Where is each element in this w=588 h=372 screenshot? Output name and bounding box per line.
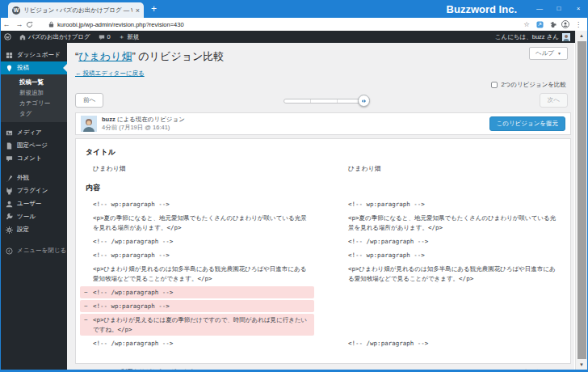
- table-row: ひまわり畑 ひまわり畑: [80, 162, 568, 176]
- sidebar-item-plugins[interactable]: プラグイン: [0, 184, 67, 197]
- close-button[interactable]: ×: [569, 1, 588, 17]
- revision-author: buzz: [102, 116, 116, 123]
- comment-bubble-icon: [99, 34, 105, 40]
- table-row: <!-- wp:paragraph --> <!-- wp:paragraph …: [80, 197, 568, 211]
- comment-count: 0: [107, 33, 111, 40]
- user-avatar-small[interactable]: [562, 33, 570, 41]
- browser-tab[interactable]: W リビジョン ‹ バズのお出かけブログ — W ×: [8, 2, 144, 18]
- users-icon: [6, 201, 13, 208]
- maximize-button[interactable]: □: [549, 1, 569, 17]
- help-button[interactable]: ヘルプ ▼: [529, 47, 568, 60]
- user-avatar: [81, 116, 97, 132]
- compare-two-revisions-label: 2つのリビジョンを比較: [501, 81, 566, 89]
- lock-icon: [48, 21, 54, 27]
- deleted-marker: −: [84, 315, 88, 324]
- scrollbar-up-icon[interactable]: ▲: [579, 31, 584, 40]
- section-content-heading: 内容: [86, 183, 570, 193]
- admin-sidebar: ダッシュボード 投稿 投稿一覧 新規追加 カテゴリー タグ メディア 固定ページ…: [0, 43, 67, 370]
- footer-thanks: WordPress のご利用ありがとうございます。: [77, 368, 201, 370]
- wordpress-version: バージョン 5.4.2: [520, 368, 566, 370]
- submenu-item-add-new[interactable]: 新規追加: [0, 87, 67, 98]
- revision-meta-card: buzz による現在のリビジョン 4分前 (7月19日 @ 16:41) このリ…: [75, 112, 571, 135]
- sidebar-item-appearance[interactable]: 外観: [0, 171, 67, 184]
- sidebar-item-users[interactable]: ユーザー: [0, 197, 67, 210]
- compare-two-revisions-checkbox[interactable]: [491, 82, 498, 88]
- page-scrollbar[interactable]: ▲ ▼: [575, 31, 587, 370]
- sidebar-item-posts[interactable]: 投稿: [0, 61, 67, 74]
- collapse-arrow-icon: [6, 247, 13, 255]
- refresh-icon[interactable]: [26, 21, 39, 28]
- title-old: ひまわり畑: [80, 163, 314, 175]
- dashboard-icon: [6, 52, 13, 59]
- revision-slider[interactable]: [284, 99, 364, 104]
- scrollbar-down-icon[interactable]: ▼: [579, 360, 584, 370]
- scrollbar-thumb[interactable]: [578, 41, 586, 359]
- sidebar-item-comments[interactable]: コメント: [0, 152, 67, 165]
- submenu-item-categories[interactable]: カテゴリー: [0, 98, 67, 108]
- table-row-deleted: −<!-- wp:paragraph -->: [80, 299, 568, 313]
- sidebar-item-pages[interactable]: 固定ページ: [0, 139, 67, 152]
- site-name: バズのお出かけブログ: [28, 33, 90, 41]
- sidebar-item-settings[interactable]: 設定: [0, 223, 67, 236]
- collapse-menu-button[interactable]: メニューを閉じる: [0, 244, 67, 257]
- tab-close-icon[interactable]: ×: [136, 6, 140, 15]
- page-title: “ひまわり畑” のリビジョン比較: [75, 49, 224, 64]
- back-icon[interactable]: ←: [0, 20, 13, 28]
- table-row: <p>夏の季節になると、地元愛知県でもたくさんのひまわりが咲いている光景を見れる…: [80, 211, 568, 235]
- slider-handle[interactable]: [358, 95, 370, 107]
- new-post-label: 新規: [127, 33, 139, 41]
- submenu-item-tags[interactable]: タグ: [0, 108, 67, 119]
- wp-admin-bar: バズのお出かけブログ 0 ＋ 新規 こんにちは、buzz さん: [0, 31, 588, 43]
- deleted-marker: −: [84, 302, 88, 311]
- extensions-puzzle-icon[interactable]: [546, 21, 559, 28]
- wp-logo-icon[interactable]: [0, 31, 15, 43]
- table-row: <p>ひまわり畑が見れるのは知多半島にある観光農園花ひろばや日進市にある愛知牧場…: [80, 262, 568, 285]
- plus-icon: ＋: [119, 33, 125, 41]
- forward-icon[interactable]: →: [13, 20, 26, 28]
- blue-extension-icon[interactable]: [533, 21, 546, 28]
- profile-icon[interactable]: [559, 20, 572, 28]
- settings-gear-icon: [6, 226, 13, 234]
- section-title-heading: タイトル: [86, 147, 570, 158]
- sidebar-item-dashboard[interactable]: ダッシュボード: [0, 49, 67, 61]
- post-title-link[interactable]: ひまわり畑: [78, 50, 132, 62]
- sidebar-item-media[interactable]: メディア: [0, 126, 67, 139]
- address-bar[interactable]: kuroobi.jp/wp-admin/revision.php?revisio…: [44, 19, 520, 29]
- table-row-deleted: −<!-- /wp:paragraph -->: [80, 285, 568, 299]
- title-diff-table: ひまわり畑 ひまわり畑: [80, 162, 568, 176]
- table-row-deleted: −<p>ひまわりが見えるには夏の季節だけですので、時間があれば見に行きたいですね…: [80, 313, 568, 336]
- plugins-icon: [6, 188, 13, 195]
- wordpress-link[interactable]: WordPress: [77, 368, 107, 370]
- admin-bar-comments[interactable]: 0: [94, 31, 115, 43]
- submenu-item-all-posts[interactable]: 投稿一覧: [0, 77, 67, 87]
- admin-bar-site-link[interactable]: バズのお出かけブログ: [15, 31, 94, 43]
- table-row: <!-- wp:paragraph --> <!-- wp:paragraph …: [80, 248, 568, 262]
- pages-icon: [6, 142, 13, 150]
- new-tab-button[interactable]: +: [151, 0, 157, 18]
- url-text: kuroobi.jp/wp-admin/revision.php?revisio…: [57, 21, 184, 28]
- restore-revision-button[interactable]: このリビジョンを復元: [489, 116, 565, 131]
- title-new: ひまわり畑: [335, 163, 568, 175]
- bookmark-star-icon[interactable]: ☆: [520, 20, 533, 28]
- posts-submenu: 投稿一覧 新規追加 カテゴリー タグ: [0, 74, 67, 122]
- greeting-text[interactable]: こんにちは、buzz さん: [495, 33, 559, 41]
- window-title: Buzzword Inc.: [447, 3, 517, 15]
- browser-toolbar: ← → kuroobi.jp/wp-admin/revision.php?rev…: [0, 18, 588, 31]
- previous-revision-button[interactable]: 前へ: [75, 93, 103, 108]
- caret-down-icon: ▼: [557, 51, 561, 56]
- minimize-button[interactable]: —: [530, 1, 549, 17]
- home-icon: [19, 34, 26, 40]
- next-revision-button[interactable]: 次へ: [540, 93, 568, 108]
- sidebar-item-tools[interactable]: ツール: [0, 210, 67, 223]
- tab-title: リビジョン ‹ バズのお出かけブログ — W: [23, 6, 132, 15]
- revision-diff-card: タイトル ひまわり畑 ひまわり畑 内容 <!-- wp:paragraph --…: [75, 138, 571, 364]
- back-to-editor-link[interactable]: ← 投稿エディターに戻る: [75, 70, 145, 78]
- media-icon: [6, 129, 13, 137]
- comments-icon: [6, 155, 13, 163]
- tools-wrench-icon: [6, 213, 13, 221]
- wordpress-favicon-icon: W: [12, 6, 20, 15]
- table-row: <!-- /wp:paragraph --> <!-- /wp:paragrap…: [80, 235, 568, 248]
- admin-bar-new-post[interactable]: ＋ 新規: [115, 31, 144, 43]
- browser-menu-icon[interactable]: ⋮: [572, 20, 585, 28]
- deleted-marker: −: [84, 288, 88, 297]
